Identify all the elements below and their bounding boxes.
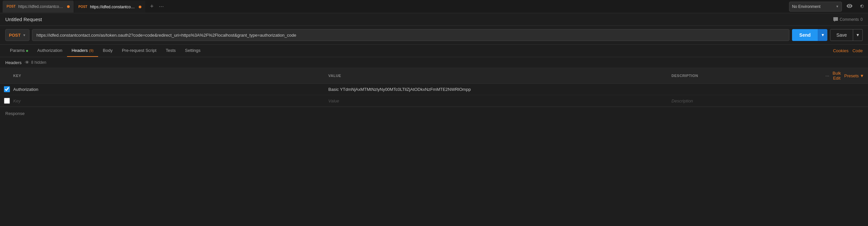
tabs-list: Params Authorization Headers(9) Body Pre… xyxy=(5,45,205,57)
tab-headers[interactable]: Headers(9) xyxy=(67,45,98,57)
send-button[interactable]: Send xyxy=(792,29,818,41)
save-button-group: Save ▼ xyxy=(830,29,863,41)
tabs-right: Cookies Code xyxy=(833,48,863,53)
method-selector[interactable]: POST ▼ xyxy=(5,29,29,41)
tab-authorization[interactable]: Authorization xyxy=(33,45,67,57)
col-header-value: VALUE xyxy=(324,68,668,84)
headers-label: Headers xyxy=(5,60,22,65)
tab-bar: POST https://idfed.constantcontact.... P… xyxy=(0,0,868,13)
headers-badge: (9) xyxy=(89,49,93,53)
tab-2[interactable]: POST https://idfed.constantcontact.... xyxy=(74,1,145,12)
col-header-description: DESCRIPTION xyxy=(668,68,822,84)
send-button-group: Send ▼ xyxy=(792,29,827,41)
tab-settings[interactable]: Settings xyxy=(180,45,205,57)
description-cell xyxy=(668,84,822,95)
column-actions-button[interactable]: ··· xyxy=(826,73,829,78)
tab-tests[interactable]: Tests xyxy=(161,45,180,57)
url-bar: POST ▼ Send ▼ Save ▼ xyxy=(0,26,868,45)
tab-2-dot xyxy=(139,6,142,8)
hidden-count-label: 8 hidden xyxy=(31,60,46,65)
environment-selector[interactable]: No Environment ▼ xyxy=(789,2,842,11)
value-cell: Basic YTdmNjAxMTMtNzlyNy00MTc0LTllZjAtOD… xyxy=(324,84,668,95)
table-header-row: KEY VALUE DESCRIPTION ··· Bulk Edit Pres… xyxy=(0,68,868,84)
request-title: Untitled Request xyxy=(5,17,42,22)
comments-button[interactable]: Comments 0 xyxy=(833,17,863,22)
tabs-nav: Params Authorization Headers(9) Body Pre… xyxy=(0,45,868,57)
empty-value-cell: Value xyxy=(324,95,668,107)
headers-section: Headers 👁 8 hidden KEY VALUE DESCRIPTION… xyxy=(0,57,868,107)
url-input[interactable] xyxy=(32,29,789,41)
bulk-edit-button[interactable]: Bulk Edit xyxy=(833,71,841,81)
empty-desc-cell: Description xyxy=(668,95,822,107)
tab-actions: + ··· xyxy=(148,2,166,11)
row-checkbox[interactable] xyxy=(4,86,10,92)
tab-body[interactable]: Body xyxy=(98,45,117,57)
presets-chevron-icon: ▼ xyxy=(860,73,864,78)
tab-pre-request[interactable]: Pre-request Script xyxy=(117,45,161,57)
presets-button[interactable]: Presets ▼ xyxy=(844,73,864,78)
tab-bar-right: No Environment ▼ xyxy=(789,2,865,11)
col-header-key: KEY xyxy=(0,68,324,84)
tab-params[interactable]: Params xyxy=(5,45,33,57)
method-label: POST xyxy=(9,33,21,38)
save-button[interactable]: Save xyxy=(830,29,853,41)
eye-icon: 👁 xyxy=(25,60,29,65)
hidden-count: 👁 8 hidden xyxy=(25,60,46,65)
tab-1-method: POST xyxy=(7,5,16,8)
response-section: Response xyxy=(0,107,868,120)
empty-row-checkbox[interactable] xyxy=(4,98,10,104)
empty-row-actions xyxy=(822,95,868,107)
col-header-actions: ··· Bulk Edit Presets ▼ xyxy=(822,68,868,84)
code-button[interactable]: Code xyxy=(852,48,863,53)
tab-2-url: https://idfed.constantcontact.... xyxy=(90,5,136,9)
environment-dropdown[interactable]: No Environment xyxy=(792,4,834,9)
comments-count: 0 xyxy=(860,17,863,22)
empty-desc-placeholder: Description xyxy=(672,98,693,104)
params-dot xyxy=(26,50,28,52)
table-row-empty: Key Value Description xyxy=(0,95,868,107)
headers-table: KEY VALUE DESCRIPTION ··· Bulk Edit Pres… xyxy=(0,68,868,107)
tab-1-url: https://idfed.constantcontact.... xyxy=(18,4,64,9)
tab-1[interactable]: POST https://idfed.constantcontact.... xyxy=(3,1,74,12)
send-dropdown-button[interactable]: ▼ xyxy=(818,29,827,41)
empty-key-placeholder: Key xyxy=(13,98,21,104)
tab-2-method: POST xyxy=(78,5,87,8)
eye-toggle-button[interactable] xyxy=(845,2,854,11)
tab-1-dot xyxy=(67,5,70,8)
empty-value-placeholder: Value xyxy=(328,98,339,104)
empty-key-cell: Key xyxy=(0,95,324,107)
add-tab-button[interactable]: + xyxy=(148,2,156,11)
comments-label: Comments xyxy=(840,17,859,22)
key-cell: Authorization xyxy=(0,84,324,95)
headers-title-row: Headers 👁 8 hidden xyxy=(0,57,868,68)
save-dropdown-button[interactable]: ▼ xyxy=(853,29,863,41)
method-arrow-icon: ▼ xyxy=(23,33,26,37)
settings-button[interactable] xyxy=(857,2,865,11)
key-value: Authorization xyxy=(13,87,38,92)
cookies-button[interactable]: Cookies xyxy=(833,48,848,53)
response-label: Response xyxy=(5,111,25,116)
row-actions-cell xyxy=(822,84,868,95)
more-tabs-button[interactable]: ··· xyxy=(157,2,166,11)
request-title-bar: Untitled Request Comments 0 xyxy=(0,13,868,26)
table-row: Authorization Basic YTdmNjAxMTMtNzlyNy00… xyxy=(0,84,868,95)
chevron-down-icon: ▼ xyxy=(836,5,839,8)
